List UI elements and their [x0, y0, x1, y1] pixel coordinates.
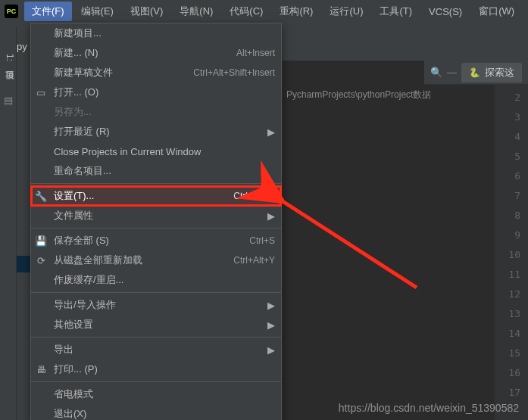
line-number: 14: [495, 324, 520, 344]
menu-item[interactable]: 新建... (N)Alt+Insert: [31, 43, 281, 63]
chevron-right-icon: ▶: [267, 126, 275, 138]
line-number: 2: [495, 88, 520, 107]
line-number: 6: [495, 166, 520, 186]
menu-item-label: 文件属性: [54, 209, 258, 222]
python-icon: 🐍: [469, 67, 480, 78]
menu-item[interactable]: 打开最近 (R)▶: [31, 122, 281, 142]
menubar-item[interactable]: VCS(S): [421, 3, 470, 20]
editor-tab[interactable]: 🐍 探索这: [461, 63, 522, 82]
folder-icon: ▭: [34, 87, 48, 98]
menu-item-label: 设置(T)...: [54, 189, 227, 203]
menubar-item[interactable]: 工具(T): [372, 2, 420, 21]
menu-separator: [31, 292, 281, 293]
menu-item-label: 新建草稿文件: [54, 66, 187, 79]
menu-separator: [31, 337, 281, 338]
menu-item-label: 其他设置: [54, 318, 258, 331]
file-menu-dropdown: 新建项目...新建... (N)Alt+Insert新建草稿文件Ctrl+Alt…: [30, 23, 282, 420]
menu-item[interactable]: 导出▶: [31, 340, 281, 359]
menubar-item[interactable]: 文件(F): [24, 2, 72, 21]
save-icon: 💾: [34, 235, 48, 247]
search-icon[interactable]: 🔍: [430, 67, 442, 78]
line-number: 17: [495, 383, 520, 403]
menu-item-label: 省电模式: [54, 387, 275, 401]
menu-item[interactable]: 导出/导入操作▶: [31, 295, 281, 315]
editor-area[interactable]: 1234567891011121314151617: [282, 61, 528, 420]
line-number: 11: [495, 265, 520, 285]
app-logo: PC: [5, 5, 18, 18]
line-gutter: 1234567891011121314151617: [495, 61, 528, 420]
menu-item[interactable]: Close Projects in Current Window: [31, 142, 281, 161]
watermark: https://blog.csdn.net/weixin_51390582: [339, 402, 519, 414]
line-number: 9: [495, 226, 520, 245]
menubar-item[interactable]: 运行(U): [322, 2, 370, 21]
minus-icon[interactable]: —: [447, 67, 457, 78]
menu-item-label: 作废缓存/重启...: [54, 273, 275, 287]
menu-shortcut: Ctrl+Alt+S: [233, 191, 275, 201]
menu-item: 另存为...: [31, 102, 281, 122]
print-icon: 🖶: [34, 364, 48, 375]
menu-item-label: Close Projects in Current Window: [54, 146, 275, 157]
menu-item[interactable]: 🖶打印... (P): [31, 359, 281, 379]
menu-shortcut: Ctrl+S: [249, 235, 275, 246]
menu-separator: [31, 381, 281, 382]
menu-item[interactable]: 作废缓存/重启...: [31, 270, 281, 290]
line-number: 3: [495, 107, 520, 127]
breadcrumb[interactable]: PycharmProjects\pythonProject数据: [286, 89, 431, 101]
line-number: 8: [495, 206, 520, 226]
project-label: py: [17, 41, 27, 52]
left-gutter: ▤: [0, 87, 17, 420]
menu-item[interactable]: 💾保存全部 (S)Ctrl+S: [31, 231, 281, 250]
line-number: 15: [495, 344, 520, 363]
menu-item-label: 新建项目...: [54, 26, 275, 40]
line-number: 16: [495, 363, 520, 383]
chevron-right-icon: ▶: [267, 319, 275, 331]
menu-item[interactable]: 新建草稿文件Ctrl+Alt+Shift+Insert: [31, 63, 281, 82]
chevron-right-icon: ▶: [267, 210, 275, 222]
menubar: 文件(F)编辑(E)视图(V)导航(N)代码(C)重构(R)运行(U)工具(T)…: [24, 2, 522, 21]
menubar-item[interactable]: 导航(N): [172, 2, 220, 21]
menubar-item[interactable]: 重构(R): [272, 2, 320, 21]
menu-item-label: 打开... (O): [54, 86, 275, 99]
line-number: 13: [495, 304, 520, 324]
menu-shortcut: Alt+Insert: [236, 48, 275, 58]
menu-item-label: 导出/导入操作: [54, 298, 258, 312]
line-number: 10: [495, 245, 520, 265]
chevron-right-icon: ▶: [267, 300, 275, 311]
menu-item[interactable]: 省电模式: [31, 384, 281, 404]
menu-item[interactable]: 其他设置▶: [31, 315, 281, 334]
menu-item-label: 重命名项目...: [54, 164, 275, 178]
menu-item-label: 保存全部 (S): [54, 234, 243, 247]
menu-separator: [31, 183, 281, 184]
wrench-icon: 🔧: [34, 191, 48, 202]
menubar-item[interactable]: 代码(C): [222, 2, 270, 21]
menu-item-label: 另存为...: [54, 105, 275, 119]
menu-separator: [31, 228, 281, 229]
line-number: 5: [495, 147, 520, 166]
tool-window-tab-project[interactable]: 1: 项目: [0, 26, 17, 87]
menu-item-label: 打开最近 (R): [54, 125, 258, 138]
menu-item[interactable]: 新建项目...: [31, 23, 281, 43]
menu-item-label: 导出: [54, 343, 258, 356]
line-number: 4: [495, 127, 520, 147]
reload-icon: ⟳: [34, 255, 48, 266]
line-number: 7: [495, 186, 520, 206]
menu-item[interactable]: ▭打开... (O): [31, 82, 281, 102]
menu-item-label: 从磁盘全部重新加载: [54, 254, 227, 267]
menu-item-label: 退出(X): [54, 407, 275, 420]
menu-item[interactable]: 🔧设置(T)...Ctrl+Alt+S: [31, 186, 281, 206]
menubar-item[interactable]: 窗口(W): [471, 2, 522, 21]
editor-tabbar: 🔍 — 🐍 探索这: [424, 61, 528, 85]
structure-icon[interactable]: ▤: [4, 95, 13, 106]
line-number: 12: [495, 285, 520, 304]
menubar-item[interactable]: 编辑(E): [73, 2, 121, 21]
menubar-item[interactable]: 视图(V): [123, 2, 170, 21]
menu-item-label: 新建... (N): [54, 46, 230, 60]
menu-item[interactable]: 重命名项目...: [31, 161, 281, 181]
menu-shortcut: Ctrl+Alt+Y: [233, 255, 275, 266]
menu-shortcut: Ctrl+Alt+Shift+Insert: [193, 67, 275, 78]
menu-item[interactable]: ⟳从磁盘全部重新加载Ctrl+Alt+Y: [31, 250, 281, 270]
menu-item[interactable]: 文件属性▶: [31, 206, 281, 226]
menu-item-label: 打印... (P): [54, 362, 275, 376]
menu-item[interactable]: 退出(X): [31, 404, 281, 420]
chevron-right-icon: ▶: [267, 344, 275, 356]
